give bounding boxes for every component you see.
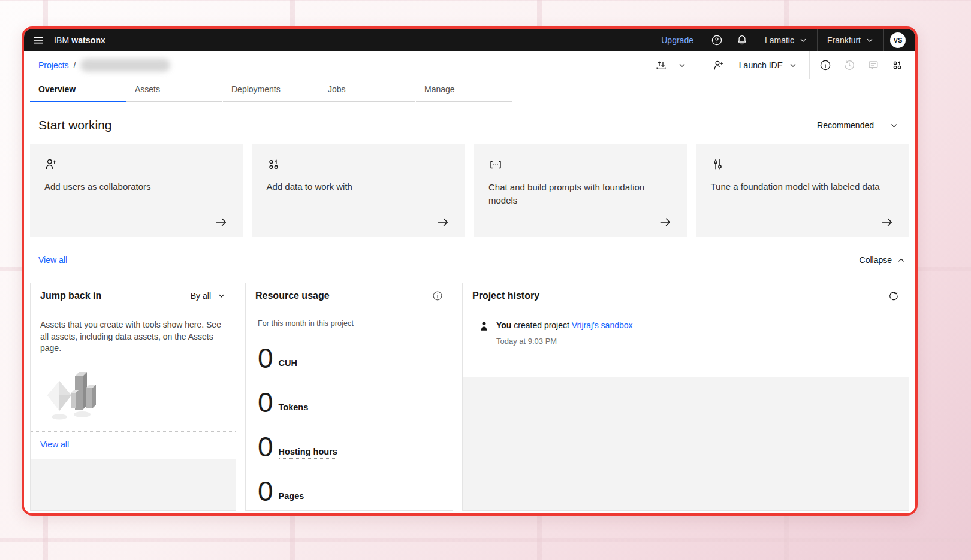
breadcrumb-toolbar-row: Projects / [24,51,915,79]
resource-usage-subtitle: For this month in this project [258,319,441,328]
dashboard-panels: Jump back in By all Assets that you crea… [30,283,909,511]
toolbar-divider [809,51,810,79]
card-label: Chat and build prompts with foundation m… [488,181,668,207]
card-tune-model[interactable]: Tune a foundation model with labeled dat… [696,144,910,237]
resource-usage-panel: Resource usage For this month in this pr… [245,283,453,511]
metric-hosting-hours: 0 Hosting hours [258,431,441,461]
metric-value: 0 [258,344,273,372]
resource-usage-info-icon[interactable] [432,290,443,301]
start-working-heading: Start working [38,118,112,132]
breadcrumb-projects-link[interactable]: Projects [38,60,69,70]
resource-usage-title: Resource usage [255,290,330,301]
import-chevron-down-icon[interactable] [673,51,691,79]
card-label: Tune a foundation model with labeled dat… [711,180,891,193]
main-content: Start working Recommended Add users as c… [24,102,915,516]
metric-label[interactable]: Hosting hours [279,447,337,459]
chevron-down-icon [217,291,226,300]
metric-value: 0 [258,433,273,461]
history-event-text: You created project Vrijraj's sandbox [496,320,633,330]
jump-back-in-description: Assets that you create with tools show h… [40,319,226,355]
project-name-redacted [80,59,170,72]
tab-deployments[interactable]: Deployments [223,79,319,102]
history-event-timestamp: Today at 9:03 PM [496,337,899,346]
metric-label[interactable]: Pages [279,491,304,503]
add-user-icon [44,158,58,171]
project-history-title: Project history [472,290,539,301]
tab-assets[interactable]: Assets [126,79,222,102]
user-avatar[interactable]: VS [890,32,906,48]
comments-icon[interactable] [861,51,885,79]
card-label: Add users as collaborators [44,180,224,193]
metric-tokens: 0 Tokens [258,386,441,416]
card-add-collaborators[interactable]: Add users as collaborators [30,144,243,237]
metric-label[interactable]: CUH [279,358,297,370]
tab-manage[interactable]: Manage [416,79,512,102]
arrow-right-icon[interactable] [436,216,450,229]
chevron-up-icon [897,256,906,265]
metric-value: 0 [258,389,273,416]
project-tabs: Overview Assets Deployments Jobs Manage [24,79,915,102]
metric-label[interactable]: Tokens [279,402,309,414]
tab-overview[interactable]: Overview [30,79,126,102]
help-icon[interactable] [704,29,729,51]
metric-value: 0 [258,477,273,505]
global-header: IBM watsonx Upgrade Lamatic Frankfurt [24,29,915,51]
tab-jobs[interactable]: Jobs [319,79,415,102]
notifications-bell-icon[interactable] [729,29,755,51]
info-icon[interactable] [813,51,837,79]
launch-ide-dropdown[interactable]: Launch IDE [731,51,806,79]
card-add-data[interactable]: Add data to work with [252,144,466,237]
card-label: Add data to work with [267,180,447,193]
chevron-down-icon [789,61,797,69]
card-chat-prompts[interactable]: Chat and build prompts with foundation m… [474,144,687,237]
recent-activity-icon[interactable] [837,51,861,79]
upgrade-link[interactable]: Upgrade [650,29,704,51]
chevron-down-icon [799,36,807,44]
brand-title: IBM watsonx [54,35,105,45]
by-all-dropdown[interactable]: By all [191,291,226,301]
arrow-right-icon[interactable] [880,216,894,229]
project-history-panel: Project history You creat [462,283,909,511]
breadcrumb-separator: / [74,60,76,70]
collapse-toggle[interactable]: Collapse [860,255,906,265]
chevron-down-icon [866,36,874,44]
chevron-down-icon [889,121,898,130]
assets-empty-illustration [41,364,226,424]
jump-back-in-title: Jump back in [40,290,101,301]
jump-back-in-view-all-link[interactable]: View all [40,440,69,449]
related-data-icon[interactable] [885,51,909,79]
metric-pages: 0 Pages [258,475,441,505]
region-switcher[interactable]: Frankfurt [818,29,883,51]
tune-icon [711,158,725,171]
arrow-right-icon[interactable] [215,216,228,229]
history-event-row: You created project Vrijraj's sandbox [478,320,899,332]
recommended-dropdown[interactable]: Recommended [817,120,907,130]
add-collaborator-icon[interactable] [707,51,731,79]
project-link[interactable]: Vrijraj's sandbox [572,320,633,330]
arrow-right-icon[interactable] [659,216,672,229]
data-icon [267,158,281,171]
refresh-icon[interactable] [888,290,899,301]
view-all-link[interactable]: View all [38,255,67,265]
prompt-icon [488,158,503,172]
jump-back-in-panel: Jump back in By all Assets that you crea… [30,283,236,511]
account-switcher[interactable]: Lamatic [755,29,817,51]
hamburger-menu-icon[interactable] [24,29,53,51]
header-divider [883,29,884,51]
import-export-icon[interactable] [649,51,673,79]
metric-cuh: 0 CUH [258,342,441,372]
start-working-cards: Add users as collaborators Add data to w… [30,144,909,237]
app-window: IBM watsonx Upgrade Lamatic Frankfurt [22,26,918,516]
user-silhouette-icon [478,320,490,332]
